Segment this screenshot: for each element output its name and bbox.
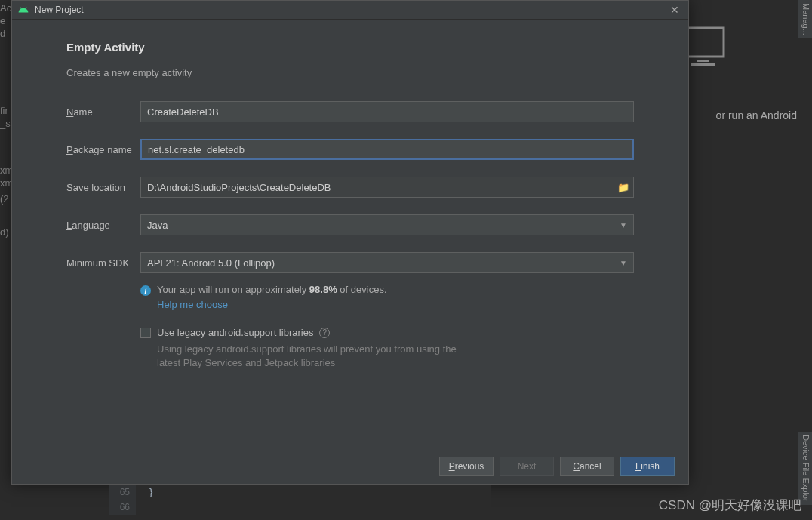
bg-run-text: or run an Android <box>716 109 797 122</box>
bg-frag: (2 <box>0 193 9 205</box>
gutter: 65 66 <box>109 485 136 515</box>
code-line: } <box>136 485 491 515</box>
chevron-down-icon: ▼ <box>620 259 627 267</box>
device-coverage-text: Your app will run on approximately 98.8%… <box>157 284 387 295</box>
legacy-checkbox-label: Use legacy android.support libraries <box>157 327 313 338</box>
cancel-button[interactable]: Cancel <box>560 457 614 476</box>
language-select[interactable]: Java ▼ <box>140 214 634 235</box>
previous-button[interactable]: Previous <box>439 457 494 476</box>
finish-button[interactable]: Finish <box>620 457 675 476</box>
next-button: Next <box>500 457 554 476</box>
new-project-dialog: New Project ✕ Empty Activity Creates a n… <box>11 0 689 485</box>
legacy-checkbox[interactable] <box>140 328 151 338</box>
page-title: Empty Activity <box>66 41 634 54</box>
help-me-choose-link[interactable]: Help me choose <box>157 299 634 310</box>
package-label: Package name <box>66 144 140 155</box>
min-sdk-label: Minimum SDK <box>66 257 140 269</box>
dialog-content: Empty Activity Creates a new empty activ… <box>12 20 688 448</box>
svg-rect-2 <box>691 63 715 66</box>
min-sdk-select[interactable]: API 21: Android 5.0 (Lollipop) ▼ <box>140 252 634 273</box>
button-bar: Previous Next Cancel Finish <box>12 448 688 484</box>
side-tab-explorer[interactable]: Device File Explor <box>798 432 812 505</box>
legacy-note: Using legacy android.support libraries w… <box>157 343 459 370</box>
bg-frag: fir <box>0 105 8 116</box>
save-location-input[interactable] <box>140 177 634 198</box>
chevron-down-icon: ▼ <box>620 221 627 229</box>
language-label: Language <box>66 220 140 231</box>
save-location-label: Save location <box>66 182 140 193</box>
dialog-title: New Project <box>35 5 667 15</box>
name-label: Name <box>66 106 140 118</box>
info-icon: i <box>140 285 151 296</box>
editor-background: 65 66 } <box>109 485 491 515</box>
name-input[interactable] <box>140 101 634 122</box>
close-icon[interactable]: ✕ <box>667 4 682 16</box>
package-input[interactable] <box>140 139 634 160</box>
side-tab[interactable]: Manag... <box>798 0 812 38</box>
help-icon[interactable]: ? <box>319 328 330 338</box>
folder-icon[interactable]: 📁 <box>617 182 629 193</box>
page-subtitle: Creates a new empty activity <box>66 67 634 78</box>
language-value: Java <box>147 220 168 231</box>
bg-frag: Ac <box>0 2 11 14</box>
min-sdk-value: API 21: Android 5.0 (Lollipop) <box>147 257 275 269</box>
titlebar: New Project ✕ <box>12 1 688 20</box>
android-icon <box>18 5 29 15</box>
bg-frag: d <box>0 28 5 39</box>
watermark: CSDN @明天好像没课吧 <box>659 497 801 514</box>
svg-rect-1 <box>697 60 709 62</box>
bg-frag: d) <box>0 226 9 238</box>
